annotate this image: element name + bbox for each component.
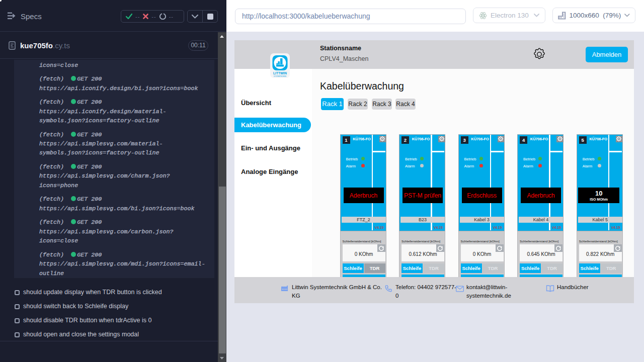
- svg-text:SYSTEMTECHNIK: SYSTEMTECHNIK: [274, 75, 287, 77]
- svg-text:LITTWIN: LITTWIN: [273, 71, 287, 75]
